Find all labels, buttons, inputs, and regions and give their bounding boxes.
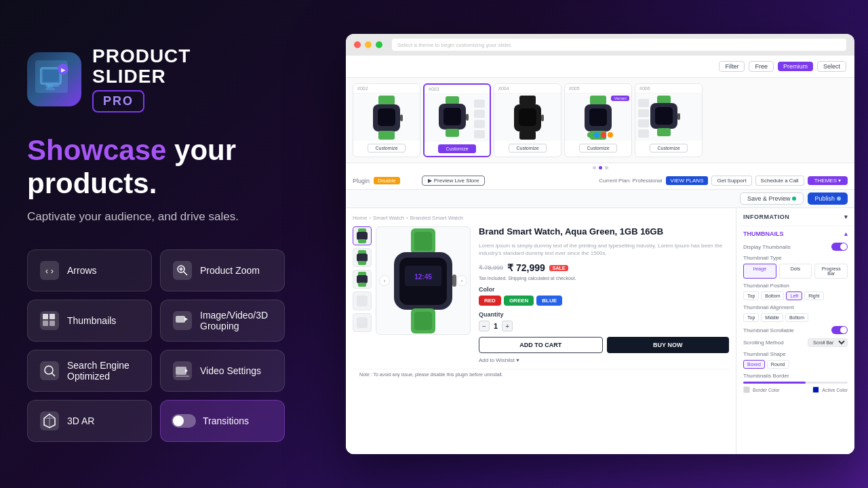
shape-boxed[interactable]: Boxed [743,360,765,369]
display-thumbnails-toggle[interactable] [831,243,848,251]
qty-increase[interactable]: + [502,321,513,331]
view-plans-btn[interactable]: VIEW PLANS [666,176,709,185]
customize-003-btn[interactable]: Customize [438,144,475,153]
svg-rect-37 [400,115,403,121]
filter-btn[interactable]: Filter [719,61,745,72]
tax-text: Tax Included. Shipping calculated at che… [479,276,729,281]
premium-btn[interactable]: Premium [778,62,813,71]
information-header[interactable]: INFORMATION ▾ [736,208,854,226]
gallery-prev[interactable]: ‹ [379,275,390,286]
save-preview-btn[interactable]: Save & Preview [740,192,804,205]
border-color-label: Border Color [753,388,780,392]
pos-left[interactable]: Left [786,291,802,300]
theme-002-preview [353,94,420,141]
color-red[interactable]: RED [479,296,501,306]
product-content: Home › Smart Watch › Branded Smart Watch [346,208,854,454]
align-bottom[interactable]: Bottom [785,313,808,322]
browser-maximize[interactable] [376,41,382,48]
customize-002-btn[interactable]: Customize [368,144,405,152]
preview-live-btn[interactable]: ▶ Preview Live Store [422,176,486,186]
color-blue[interactable]: BLUE [536,296,562,306]
svg-rect-77 [358,283,366,287]
wishlist-text[interactable]: Add to Wishlist ♥ [479,357,729,363]
browser-content: Filter Free Premium Select #002 [346,56,854,454]
thumbnail-strip [353,226,372,363]
thumbnail-shape-label: Thumbnail Shape [743,351,848,357]
themes-btn[interactable]: THEMES ▾ [808,176,848,185]
browser-close[interactable] [354,41,361,48]
thumbnails-section-title[interactable]: THUMBNAILS ▴ [736,226,854,239]
scrolling-method-select[interactable]: Scroll Bar [808,338,848,347]
feature-grid: ‹ › Arrows Product Zoom [27,249,285,442]
theme-004[interactable]: #004 Customize [494,83,561,157]
pos-right[interactable]: Right [804,291,823,300]
publish-btn[interactable]: Publish [808,192,848,205]
theme-002[interactable]: #002 Customize [353,83,420,157]
pos-top[interactable]: Top [743,291,759,300]
border-slider[interactable] [743,382,848,384]
thumb-4[interactable] [353,291,372,310]
align-middle[interactable]: Middle [761,313,783,322]
theme-006[interactable]: #006 Custom [635,83,703,157]
old-price: ₹ 78,999 [479,264,503,271]
feature-arrows[interactable]: ‹ › Arrows [27,249,152,291]
thumb-5[interactable] [353,313,372,332]
feature-transitions[interactable]: Transitions [160,400,285,442]
feature-seo[interactable]: Search Engine Optimized [27,350,152,392]
schedule-call-btn[interactable]: Schedule a Call [755,176,804,186]
variant-badge: Variant [611,96,629,101]
dot-3[interactable] [605,166,608,169]
headline: Showcase your products. [27,134,285,200]
dot-2[interactable] [599,166,602,169]
feature-thumbnails[interactable]: Thumbnails [27,300,152,342]
quantity-control: − 1 + [479,321,729,331]
information-section: INFORMATION ▾ [736,208,854,226]
feature-3d-ar[interactable]: 3D AR [27,400,152,442]
qty-decrease[interactable]: − [479,321,490,331]
transitions-toggle[interactable] [172,414,196,428]
theme-003[interactable]: #003 Custom [423,83,491,157]
thumb-2[interactable] [353,248,372,267]
svg-rect-70 [357,232,368,240]
shape-round[interactable]: Round [767,360,789,369]
type-dots[interactable]: Dots [779,264,812,279]
thumb-1[interactable] [353,226,372,245]
svg-rect-68 [638,129,649,138]
gallery-next[interactable]: › [456,275,467,286]
dot-1[interactable] [593,166,596,169]
theme-005[interactable]: #005 Variant C [564,83,632,157]
select-btn[interactable]: Select [817,61,846,72]
theme-005-preview: Variant [565,94,631,141]
disable-badge[interactable]: Disable [374,177,400,184]
3d-ar-label: 3D AR [67,415,94,426]
color-green[interactable]: GREEN [504,296,534,306]
feature-video-settings[interactable]: Video Settings [160,350,285,392]
svg-rect-52 [590,96,606,105]
get-support-btn[interactable]: Get Support [711,176,751,186]
feature-image-video[interactable]: Image/Video/3D Grouping [160,300,285,342]
svg-rect-76 [357,275,368,283]
pro-badge: PRO [92,90,144,113]
svg-rect-16 [50,314,55,319]
buy-now-btn[interactable]: BUY NOW [607,337,730,353]
customize-005-btn[interactable]: Customize [579,144,616,152]
customize-006-btn[interactable]: Customize [650,144,687,152]
pos-bottom[interactable]: Bottom [761,291,784,300]
thumb-3[interactable] [353,270,372,289]
border-color-swatch[interactable] [743,386,750,393]
active-color-swatch[interactable] [812,386,819,393]
align-top[interactable]: Top [743,313,759,322]
type-image[interactable]: Image [743,264,776,279]
thumbnail-scrollable-toggle[interactable] [831,326,848,334]
customize-004-btn[interactable]: Customize [509,144,546,152]
svg-rect-14 [40,311,59,330]
svg-rect-41 [446,129,459,137]
free-btn[interactable]: Free [749,61,774,72]
browser-minimize[interactable] [365,41,372,48]
add-to-cart-btn[interactable]: ADD TO CART [479,337,603,353]
type-progress[interactable]: Progress Bar [814,264,848,279]
feature-product-zoom[interactable]: Product Zoom [160,249,285,291]
display-thumbnails-row: Display Thumbnails [743,243,848,251]
new-price: ₹ 72,999 [507,262,545,273]
transitions-label: Transitions [203,415,249,426]
